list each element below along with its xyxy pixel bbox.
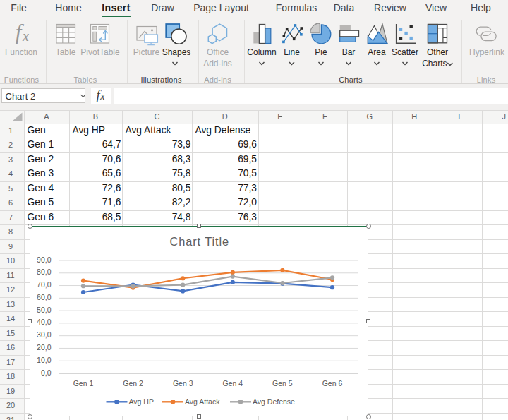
svg-text:80,0: 80,0 [37, 268, 52, 276]
svg-text:20,0: 20,0 [37, 343, 52, 352]
svg-text:Gen 5: Gen 5 [272, 379, 293, 388]
svg-text:Gen 6: Gen 6 [322, 379, 343, 388]
svg-text:Gen 3: Gen 3 [173, 379, 193, 388]
svg-text:10,0: 10,0 [37, 356, 52, 364]
svg-text:Avg Defense: Avg Defense [253, 397, 295, 406]
svg-text:0,0: 0,0 [41, 368, 52, 377]
svg-text:Gen 4: Gen 4 [222, 379, 243, 388]
svg-text:60,0: 60,0 [37, 293, 52, 301]
svg-text:Gen 2: Gen 2 [123, 379, 143, 388]
svg-text:50,0: 50,0 [37, 306, 52, 314]
svg-text:Gen 1: Gen 1 [73, 379, 94, 388]
svg-text:x: x [22, 28, 29, 44]
svg-text:40,0: 40,0 [37, 318, 52, 326]
svg-text:30,0: 30,0 [37, 330, 52, 339]
svg-text:90,0: 90,0 [37, 256, 52, 264]
svg-text:Avg Attack: Avg Attack [185, 397, 220, 406]
svg-text:Chart Title: Chart Title [169, 235, 229, 248]
svg-text:Avg HP: Avg HP [129, 397, 154, 406]
svg-text:70,0: 70,0 [37, 280, 52, 289]
